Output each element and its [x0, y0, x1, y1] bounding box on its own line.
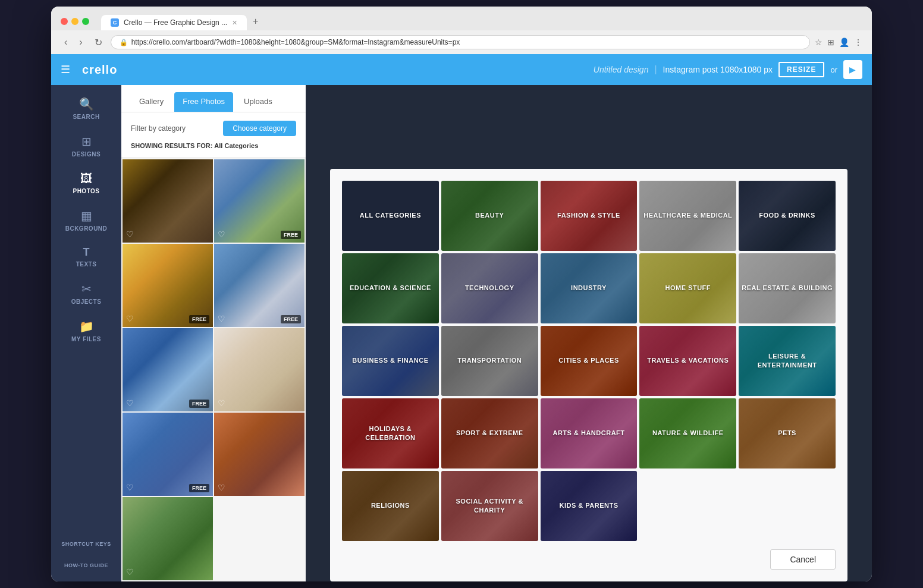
photo-item[interactable]: ♡ — [214, 328, 304, 411]
sidebar-item-shortcutkeys[interactable]: SHORTCUT KEYS — [51, 534, 121, 554]
free-badge: FREE — [189, 484, 209, 492]
browser-tabs: C Crello — Free Graphic Design ... ✕ + — [101, 12, 264, 30]
designs-icon: ⊞ — [81, 134, 92, 149]
filter-row: Filter by category Choose category — [131, 121, 296, 136]
category-cell-sport[interactable]: SPORT & EXTREME — [441, 398, 538, 468]
dot-red[interactable] — [61, 18, 68, 25]
layers-icon[interactable]: ⊞ — [827, 37, 834, 47]
dot-green[interactable] — [82, 18, 89, 25]
tab-close-icon[interactable]: ✕ — [232, 19, 237, 27]
category-cell-business[interactable]: BUSINESS & FINANCE — [342, 326, 439, 396]
category-cell-education[interactable]: EDUCATION & SCIENCE — [342, 253, 439, 323]
sidebar-item-objects[interactable]: ✂ OBJECTS — [51, 276, 121, 311]
tab-uploads[interactable]: Uploads — [236, 92, 281, 112]
sidebar-item-howtoguide[interactable]: HOW-TO GUIDE — [51, 556, 121, 576]
photo-item[interactable]: FREE ♡ — [214, 159, 304, 243]
sidebar-label-shortcutkeys: SHORTCUT KEYS — [61, 540, 111, 548]
or-label: or — [830, 65, 837, 74]
sidebar-item-designs[interactable]: ⊞ DESIGNS — [51, 128, 121, 163]
sidebar-label-designs: DESIGNS — [72, 151, 101, 158]
tab-gallery[interactable]: Gallery — [131, 92, 172, 112]
sidebar-label-objects: OBJECTS — [71, 298, 102, 305]
filter-label: Filter by category — [131, 124, 186, 133]
sidebar-label-texts: TEXTS — [76, 261, 97, 268]
category-cell-transportation[interactable]: TRANSPORTATION — [441, 326, 538, 396]
topbar-separator: | — [654, 64, 657, 75]
back-button[interactable]: ‹ — [61, 36, 71, 49]
free-badge: FREE — [281, 231, 301, 239]
category-cell-healthcare[interactable]: HEALTHCARE & MEDICAL — [639, 181, 736, 251]
category-cell-all[interactable]: ALL CATEGORIES — [342, 181, 439, 251]
free-badge: FREE — [189, 315, 209, 323]
category-cell-beauty[interactable]: BEAUTY — [441, 181, 538, 251]
category-cell-leisure[interactable]: LEISURE & ENTERTAINMENT — [739, 326, 836, 396]
design-name[interactable]: Untitled design — [594, 65, 649, 74]
sidebar-label-search: SEARCH — [73, 114, 99, 120]
myfiles-icon: 📁 — [79, 319, 94, 334]
play-button[interactable]: ▶ — [843, 60, 862, 79]
heart-icon: ♡ — [218, 398, 225, 408]
reload-button[interactable]: ↻ — [91, 36, 106, 49]
sidebar-item-myfiles[interactable]: 📁 MY FILES — [51, 313, 121, 348]
heart-icon: ♡ — [126, 229, 134, 239]
cancel-button[interactable]: Cancel — [770, 549, 836, 570]
browser-titlebar: C Crello — Free Graphic Design ... ✕ + — [51, 7, 872, 30]
photo-item[interactable]: FREE ♡ — [214, 244, 304, 327]
category-cell-industry[interactable]: INDUSTRY — [541, 253, 638, 323]
new-tab-button[interactable]: + — [247, 12, 264, 30]
photo-item[interactable]: ♡ — [214, 413, 304, 496]
category-cell-food[interactable]: FOOD & DRINKS — [739, 181, 836, 251]
hamburger-menu[interactable]: ☰ — [61, 63, 70, 76]
showing-row: SHOWING RESULTS FOR: All Categories — [131, 142, 296, 149]
sidebar-item-photos[interactable]: 🖼 PHOTOS — [51, 166, 121, 200]
address-bar[interactable]: 🔒 https://crello.com/artboard/?width=108… — [111, 35, 810, 49]
menu-icon[interactable]: ⋮ — [854, 37, 862, 47]
photo-item[interactable]: FREE ♡ — [123, 413, 213, 496]
resize-button[interactable]: RESIZE — [778, 62, 824, 77]
photo-item[interactable]: ♡ — [123, 159, 213, 243]
heart-icon: ♡ — [126, 398, 134, 408]
heart-icon: ♡ — [126, 567, 134, 577]
panel-filter: Filter by category Choose category SHOWI… — [121, 112, 306, 158]
sidebar-item-background[interactable]: ▦ BCKGROUND — [51, 203, 121, 238]
profile-icon[interactable]: 👤 — [839, 37, 849, 47]
category-cell-homestuff[interactable]: HOME STUFF — [639, 253, 736, 323]
dot-yellow[interactable] — [71, 18, 79, 25]
texts-icon: T — [83, 246, 90, 259]
modal-overlay: ALL CATEGORIESBEAUTYFASHION & STYLEHEALT… — [306, 85, 872, 581]
bookmark-icon[interactable]: ☆ — [815, 37, 822, 47]
category-cell-kids[interactable]: KIDS & PARENTS — [541, 471, 638, 541]
category-cell-pets[interactable]: PETS — [739, 398, 836, 468]
category-cell-realestate[interactable]: REAL ESTATE & BUILDING — [739, 253, 836, 323]
content-area: ALL CATEGORIESBEAUTYFASHION & STYLEHEALT… — [306, 85, 872, 581]
lock-icon: 🔒 — [120, 39, 128, 46]
photo-item[interactable]: FREE ♡ — [123, 244, 213, 327]
category-cell-fashion[interactable]: FASHION & STYLE — [541, 181, 638, 251]
sidebar-item-texts[interactable]: T TEXTS — [51, 240, 121, 273]
tab-freephotos[interactable]: Free Photos — [174, 92, 233, 112]
browser-addressbar: ‹ › ↻ 🔒 https://crello.com/artboard/?wid… — [51, 30, 872, 54]
category-cell-cities[interactable]: CITIES & PLACES — [541, 326, 638, 396]
tab-title: Crello — Free Graphic Design ... — [124, 18, 227, 27]
sidebar-item-search[interactable]: 🔍 SEARCH — [51, 91, 121, 126]
panel-tabs: Gallery Free Photos Uploads — [121, 85, 306, 112]
category-cell-nature[interactable]: NATURE & WILDLIFE — [639, 398, 736, 468]
category-cell-travels[interactable]: TRAVELS & VACATIONS — [639, 326, 736, 396]
category-cell-technology[interactable]: TECHNOLOGY — [441, 253, 538, 323]
cancel-area: Cancel — [342, 541, 836, 570]
category-cell-social[interactable]: SOCIAL ACTIVITY & CHARITY — [441, 471, 538, 541]
category-cell-religions[interactable]: RELIGIONS — [342, 471, 439, 541]
showing-value: All Categories — [214, 142, 258, 149]
address-text: https://crello.com/artboard/?width=1080&… — [131, 38, 460, 46]
category-cell-arts[interactable]: ARTS & HANDCRAFT — [541, 398, 638, 468]
photo-item[interactable]: ♡ — [123, 497, 213, 580]
choose-category-button[interactable]: Choose category — [223, 121, 296, 136]
app-topbar: ☰ crello Untitled design | Instagram pos… — [51, 54, 872, 85]
category-grid: ALL CATEGORIESBEAUTYFASHION & STYLEHEALT… — [342, 181, 836, 541]
photo-item[interactable]: FREE ♡ — [123, 328, 213, 411]
category-cell-holidays[interactable]: HOLIDAYS & CELEBRATION — [342, 398, 439, 468]
heart-icon: ♡ — [218, 229, 225, 239]
browser-tab-active[interactable]: C Crello — Free Graphic Design ... ✕ — [101, 15, 247, 30]
objects-icon: ✂ — [81, 282, 92, 296]
forward-button[interactable]: › — [76, 36, 86, 49]
